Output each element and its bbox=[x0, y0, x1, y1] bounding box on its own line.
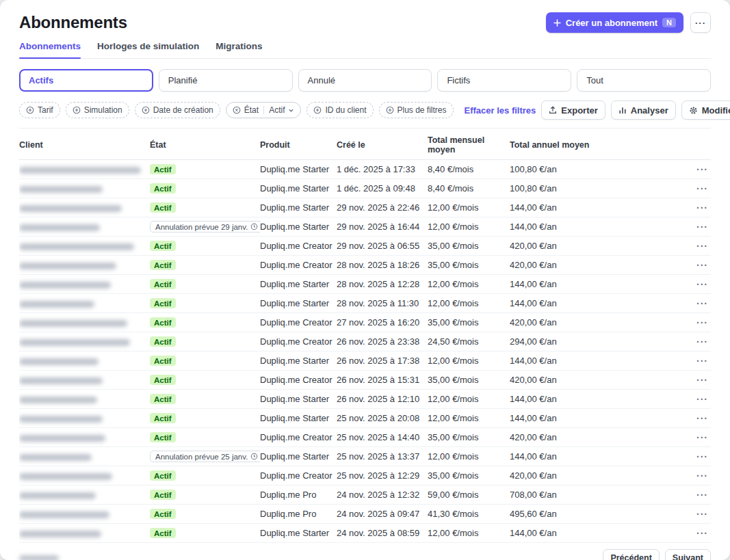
created-cell: 24 nov. 2025 à 08:59 bbox=[337, 524, 428, 543]
product-cell: Dupliq.me Creator bbox=[260, 466, 337, 485]
tab-horloges-de-simulation[interactable]: Horloges de simulation bbox=[97, 41, 199, 58]
clear-filters-link[interactable]: Effacer les filtres bbox=[465, 105, 536, 116]
row-overflow-button[interactable]: ··· bbox=[694, 221, 711, 233]
monthly-total-cell: 35,00 €/mois bbox=[428, 466, 510, 485]
status-filter-button[interactable]: Actifs bbox=[19, 69, 153, 92]
product-cell: Dupliq.me Creator bbox=[260, 313, 337, 332]
gear-icon bbox=[689, 106, 698, 115]
table-row[interactable]: Actif Dupliq.me Creator 27 nov. 2025 à 1… bbox=[19, 313, 711, 332]
status-filter-label: Annulé bbox=[308, 75, 335, 85]
status-badge: Actif bbox=[150, 183, 176, 194]
row-overflow-button[interactable]: ··· bbox=[694, 508, 711, 520]
table-row[interactable]: Actif Dupliq.me Starter 25 nov. 2025 à 2… bbox=[19, 409, 711, 428]
product-cell: Dupliq.me Starter bbox=[260, 447, 337, 466]
row-overflow-button[interactable]: ··· bbox=[694, 393, 711, 405]
table-row[interactable]: Actif Dupliq.me Starter 24 nov. 2025 à 0… bbox=[19, 524, 711, 543]
client-redacted bbox=[19, 435, 105, 442]
client-redacted bbox=[19, 282, 111, 289]
table-row[interactable]: Actif Dupliq.me Creator 25 nov. 2025 à 1… bbox=[19, 428, 711, 447]
filter-chip[interactable]: Tarif bbox=[19, 102, 60, 118]
row-overflow-button[interactable]: ··· bbox=[694, 163, 711, 176]
product-cell: Dupliq.me Starter bbox=[260, 160, 337, 179]
monthly-total-cell: 24,50 €/mois bbox=[428, 332, 510, 351]
action-label: Modifier les colonnes bbox=[702, 105, 730, 116]
table-row[interactable]: Actif Dupliq.me Starter 28 nov. 2025 à 1… bbox=[19, 294, 711, 313]
next-page-button[interactable]: Suivant bbox=[665, 549, 711, 560]
filter-chip[interactable]: Date de création bbox=[135, 102, 220, 118]
tab-migrations[interactable]: Migrations bbox=[216, 41, 262, 58]
product-cell: Dupliq.me Creator bbox=[260, 428, 337, 447]
status-badge: Actif bbox=[150, 375, 176, 385]
row-overflow-button[interactable]: ··· bbox=[694, 489, 711, 501]
row-overflow-button[interactable]: ··· bbox=[694, 431, 711, 444]
items-count-redacted bbox=[19, 555, 59, 560]
subscriptions-table: ClientÉtatProduitCréé leTotal mensuel mo… bbox=[19, 130, 711, 543]
status-badge: Actif bbox=[150, 164, 176, 174]
row-overflow-button[interactable]: ··· bbox=[694, 336, 711, 348]
table-row[interactable]: Actif Dupliq.me Pro 24 nov. 2025 à 09:47… bbox=[19, 505, 711, 524]
filter-chip[interactable]: Simulation bbox=[66, 102, 129, 118]
row-overflow-button[interactable]: ··· bbox=[694, 183, 711, 195]
product-cell: Dupliq.me Starter bbox=[260, 275, 337, 294]
product-cell: Dupliq.me Pro bbox=[260, 485, 337, 505]
row-overflow-button[interactable]: ··· bbox=[694, 451, 711, 463]
row-overflow-button[interactable]: ··· bbox=[694, 412, 711, 425]
table-row[interactable]: Actif Dupliq.me Starter 28 nov. 2025 à 1… bbox=[19, 275, 711, 294]
ellipsis-icon: ··· bbox=[695, 18, 706, 28]
table-row[interactable]: Actif Dupliq.me Starter 1 déc. 2025 à 17… bbox=[19, 160, 711, 179]
row-overflow-button[interactable]: ··· bbox=[694, 259, 711, 271]
filter-chip[interactable]: État Actif bbox=[226, 102, 302, 118]
status-badge: Actif bbox=[150, 394, 176, 404]
table-row[interactable]: Actif Dupliq.me Pro 24 nov. 2025 à 12:32… bbox=[19, 485, 711, 505]
filter-chip-value: Actif bbox=[269, 105, 285, 115]
row-overflow-button[interactable]: ··· bbox=[694, 278, 711, 291]
row-overflow-button[interactable]: ··· bbox=[694, 355, 711, 367]
status-filter-label: Planifié bbox=[168, 75, 198, 85]
previous-page-button[interactable]: Précédent bbox=[603, 549, 659, 560]
table-row[interactable]: Actif Dupliq.me Starter 26 nov. 2025 à 1… bbox=[19, 351, 711, 371]
status-filter-button[interactable]: Annulé bbox=[298, 69, 432, 92]
table-row[interactable]: Actif Dupliq.me Creator 26 nov. 2025 à 1… bbox=[19, 371, 711, 390]
filter-chip[interactable]: Plus de filtres bbox=[379, 102, 454, 118]
action-button[interactable]: Modifier les colonnes bbox=[681, 101, 730, 120]
status-filter-button[interactable]: Fictifs bbox=[437, 69, 571, 92]
client-redacted bbox=[19, 320, 127, 327]
table-row[interactable]: Actif Dupliq.me Starter 29 nov. 2025 à 2… bbox=[19, 198, 711, 217]
row-overflow-button[interactable]: ··· bbox=[694, 470, 711, 482]
status-filter-button[interactable]: Planifié bbox=[159, 69, 293, 92]
filter-chip[interactable]: ID du client bbox=[307, 102, 373, 118]
row-overflow-button[interactable]: ··· bbox=[694, 527, 711, 539]
status-badge: Actif bbox=[150, 490, 176, 500]
table-row[interactable]: Actif Dupliq.me Creator 25 nov. 2025 à 1… bbox=[19, 466, 711, 485]
action-button[interactable]: Analyser bbox=[611, 101, 676, 120]
table-row[interactable]: Actif Dupliq.me Starter 1 déc. 2025 à 09… bbox=[19, 179, 711, 198]
table-row[interactable]: Actif Dupliq.me Creator 29 nov. 2025 à 0… bbox=[19, 237, 711, 256]
row-overflow-button[interactable]: ··· bbox=[694, 240, 711, 252]
status-filter-group: Actifs Planifié Annulé Fictifs Tout bbox=[19, 69, 711, 92]
status-badge: Actif bbox=[150, 279, 176, 289]
table-row[interactable]: Annulation prévue 29 janv. Dupliq.me Sta… bbox=[19, 217, 711, 237]
yearly-total-cell: 144,00 €/an bbox=[510, 275, 686, 294]
row-overflow-button[interactable]: ··· bbox=[694, 374, 711, 386]
status-filter-label: Tout bbox=[586, 75, 603, 85]
table-row[interactable]: Actif Dupliq.me Creator 28 nov. 2025 à 1… bbox=[19, 256, 711, 275]
monthly-total-cell: 41,30 €/mois bbox=[428, 505, 510, 524]
table-row[interactable]: Annulation prévue 25 janv. Dupliq.me Sta… bbox=[19, 447, 711, 466]
row-overflow-button[interactable]: ··· bbox=[694, 297, 711, 310]
table-row[interactable]: Actif Dupliq.me Starter 26 nov. 2025 à 1… bbox=[19, 390, 711, 409]
filter-chip-label: ID du client bbox=[325, 105, 366, 115]
page-overflow-button[interactable]: ··· bbox=[690, 12, 711, 33]
product-cell: Dupliq.me Starter bbox=[260, 524, 337, 543]
status-filter-button[interactable]: Tout bbox=[577, 69, 711, 92]
table-row[interactable]: Actif Dupliq.me Creator 26 nov. 2025 à 2… bbox=[19, 332, 711, 351]
action-label: Analyser bbox=[631, 105, 668, 116]
column-header-actions bbox=[686, 130, 711, 160]
page-title: Abonnements bbox=[19, 13, 127, 32]
yearly-total-cell: 420,00 €/an bbox=[510, 466, 686, 485]
tab-abonnements[interactable]: Abonnements bbox=[19, 41, 81, 58]
row-overflow-button[interactable]: ··· bbox=[694, 202, 711, 214]
create-subscription-button[interactable]: Créer un abonnement N bbox=[546, 12, 683, 33]
action-button[interactable]: Exporter bbox=[541, 101, 605, 120]
tab-label: Abonnements bbox=[19, 41, 81, 51]
row-overflow-button[interactable]: ··· bbox=[694, 317, 711, 329]
